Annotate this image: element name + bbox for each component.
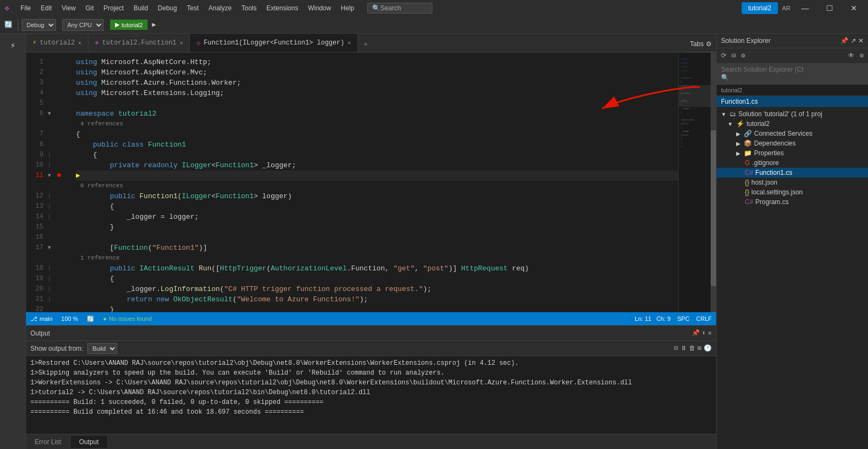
code-content[interactable]: using Microsoft.AspNetCore.Http; using M…	[67, 53, 678, 312]
code-line-7: {	[76, 129, 678, 140]
issues-status[interactable]: ● No issues found	[103, 315, 152, 322]
ln-19: 19	[26, 274, 43, 284]
title-bar: ❖ File Edit View Git Project Build Debug…	[0, 0, 868, 16]
menu-git[interactable]: Git	[81, 2, 98, 14]
source-control-status[interactable]: ⎇ main	[30, 315, 53, 322]
ln-13: 13	[26, 201, 43, 212]
ln-16: 16	[26, 232, 43, 243]
tree-host-json[interactable]: {} host.json	[717, 178, 868, 187]
explorer-icon[interactable]: ⚡	[3, 36, 23, 55]
se-tool-sync[interactable]: ⟳	[719, 50, 729, 61]
menu-analyze[interactable]: Analyze	[204, 2, 236, 14]
menu-tools[interactable]: Tools	[237, 2, 261, 14]
menu-window[interactable]: Window	[304, 2, 336, 14]
output-tool-2[interactable]: ⏸	[680, 344, 687, 352]
minimap-highlight	[679, 85, 711, 107]
vertical-scrollbar[interactable]	[711, 53, 716, 312]
tab-function1-constructor[interactable]: ◇ Function1(ILogger<Function1> logger) ✕	[190, 34, 358, 52]
connected-services-icon: 🔗	[744, 130, 752, 137]
tab-tutorial2-close[interactable]: ✕	[78, 40, 81, 46]
project-icon: ⚡	[736, 120, 744, 128]
ar-initials: AR	[782, 5, 790, 11]
se-search-input[interactable]	[721, 66, 864, 73]
menu-build[interactable]: Build	[129, 2, 152, 14]
left-sidebar-icons: ⚡	[0, 34, 26, 449]
se-close-icon[interactable]: ✕	[858, 37, 864, 45]
platform-select[interactable]: Any CPU	[62, 19, 104, 31]
run-secondary[interactable]: ▶	[150, 20, 158, 30]
output-float-icon[interactable]: ⬆	[702, 329, 706, 337]
output-tool-4[interactable]: ⊞	[698, 344, 701, 352]
output-tool-1[interactable]: ⊡	[674, 344, 678, 352]
output-close-icon[interactable]: ✕	[708, 329, 712, 337]
ln-6: 6	[26, 109, 43, 119]
code-line-1: using Microsoft.AspNetCore.Http;	[76, 57, 678, 67]
output-tool-3[interactable]: 🗑	[689, 344, 695, 352]
tree-local-settings[interactable]: {} local.settings.json	[717, 187, 868, 197]
se-tool-collapse[interactable]: ⊟	[730, 50, 738, 61]
output-content[interactable]: 1>Restored C:\Users\ANAND RAJ\source\rep…	[26, 356, 716, 434]
editor-with-output: ⚡ tutorial2 ✕ ◈ tutorial2.Function1 ✕ ◇ …	[26, 34, 716, 449]
se-tool-settings[interactable]: ⚙	[858, 50, 866, 61]
tab-output[interactable]: Output	[71, 436, 108, 448]
tree-dependencies[interactable]: ▶ 📦 Dependencies	[717, 138, 868, 148]
se-pin-icon[interactable]: 📌	[840, 37, 848, 45]
tree-connected-services[interactable]: ▶ 🔗 Connected Services	[717, 129, 868, 138]
minimize-button[interactable]: —	[795, 0, 815, 16]
output-source-bar: Show output from: Build ⊡ ⏸ 🗑 ⊞ 🕐	[26, 341, 716, 356]
code-line-4: using Microsoft.Extensions.Logging;	[76, 88, 678, 98]
host-json-icon: {}	[745, 179, 749, 186]
output-toolbar: ⊡ ⏸ 🗑 ⊞ 🕐	[674, 344, 712, 352]
maximize-button[interactable]: ☐	[820, 0, 840, 16]
se-float-icon[interactable]: ↗	[851, 37, 856, 45]
output-line-6: ========== Build completed at 16:46 and …	[30, 407, 712, 417]
tab-tutorial2[interactable]: ⚡ tutorial2 ✕	[26, 34, 88, 52]
output-line-4: 1>tutorial2 -> C:\Users\ANAND RAJ\source…	[30, 388, 712, 397]
tab-function1-close[interactable]: ✕	[180, 40, 183, 46]
toolbar-back[interactable]: 🔄	[2, 20, 15, 30]
debug-mode-select[interactable]: Debug	[22, 19, 56, 31]
output-source-select[interactable]: Build	[87, 343, 117, 354]
tab-add-button[interactable]: ＋	[358, 36, 373, 52]
menu-extensions[interactable]: Extensions	[262, 2, 303, 14]
code-line-11: ▶	[76, 170, 678, 181]
menu-help[interactable]: Help	[336, 2, 359, 14]
menu-project[interactable]: Project	[99, 2, 128, 14]
output-pin-icon[interactable]: 📌	[692, 329, 700, 337]
solution-expand-icon: ▼	[721, 111, 726, 117]
close-button[interactable]: ✕	[844, 0, 864, 16]
ln-17: 17	[26, 243, 43, 253]
se-header-controls: 📌 ↗ ✕	[840, 37, 864, 45]
properties-expand-icon: ▶	[736, 150, 741, 156]
tab-error-list[interactable]: Error List	[26, 436, 71, 448]
se-tool-preview[interactable]: 👁	[846, 50, 857, 61]
tree-function1-cs[interactable]: C# Function1.cs	[717, 168, 868, 178]
se-search-icon[interactable]: 🔍	[721, 74, 729, 82]
title-search-box[interactable]: 🔍 Search	[367, 3, 432, 14]
tree-program-cs[interactable]: C# Program.cs	[717, 197, 868, 207]
menu-file[interactable]: File	[16, 2, 35, 14]
tab-function1[interactable]: ◈ tutorial2.Function1 ✕	[88, 34, 190, 52]
separator-1	[18, 20, 18, 30]
ln-10: 10	[26, 160, 43, 170]
tree-solution[interactable]: ▼ 🗂 Solution 'tutorial2' (1 of 1 proj	[717, 109, 868, 119]
run-button[interactable]: ▶ tutorial2	[110, 20, 148, 30]
menu-view[interactable]: View	[58, 2, 80, 14]
tree-properties[interactable]: ▶ 📁 Properties	[717, 148, 868, 158]
menu-debug[interactable]: Debug	[154, 2, 181, 14]
dependencies-icon: 📦	[744, 140, 752, 147]
tabs-settings-icon[interactable]: ⚙	[706, 40, 712, 48]
project-expand-icon: ▼	[727, 121, 733, 127]
menu-test[interactable]: Test	[182, 2, 203, 14]
sync-icon[interactable]: 🔄	[87, 315, 94, 322]
code-line-19: {	[76, 274, 678, 284]
tab-function1-icon: ◈	[95, 39, 99, 47]
fold-column: ▼ | | ▼ | | | ▼ | |	[48, 53, 56, 312]
tree-gitignore[interactable]: G .gitignore	[717, 158, 868, 168]
tree-project[interactable]: ▼ ⚡ tutorial2	[717, 119, 868, 129]
output-tool-5[interactable]: 🕐	[704, 344, 712, 352]
menu-edit[interactable]: Edit	[36, 2, 56, 14]
scrollbar-thumb-v[interactable]	[711, 130, 716, 286]
se-tool-filter[interactable]: ⚙	[739, 50, 747, 61]
tab-constructor-close[interactable]: ✕	[348, 40, 351, 46]
